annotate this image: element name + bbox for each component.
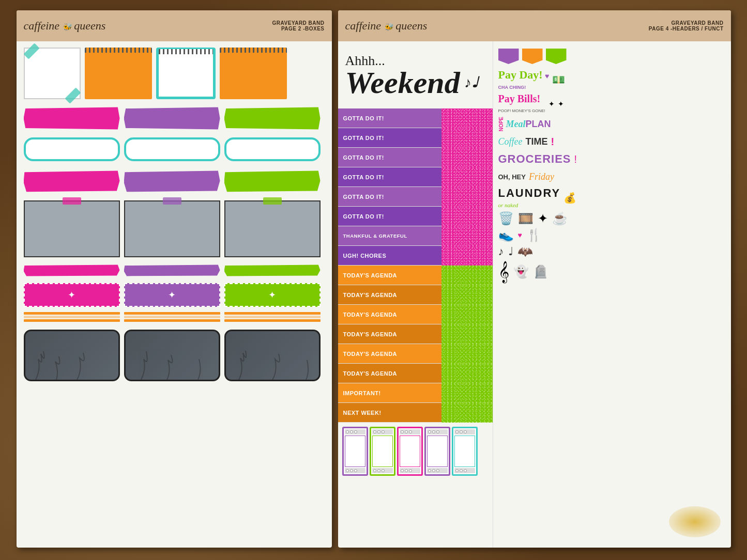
sticky-teal-outline [156, 48, 216, 99]
utensils-icon: 🍴 [526, 228, 542, 242]
gotta-glitter-7 [441, 226, 493, 246]
tape-purple-1 [163, 197, 181, 205]
fs-body-1 [345, 435, 365, 467]
money-icon-1: 💵 [552, 73, 565, 86]
ribbon-green [546, 45, 567, 64]
full-box-pink: ✦ [24, 283, 120, 307]
sticky-white [24, 48, 81, 99]
heart-icon-1: ♥ [545, 72, 549, 80]
agenda-glitter-4 [441, 324, 493, 344]
agenda-row-6: TODAY'S AGENDA [338, 364, 493, 383]
checkbox-icon-3: ✦ [268, 289, 276, 301]
page-right: caffeine 🐝 queens GRAVEYARD BAND PAGE 4 … [338, 10, 731, 548]
left-content: ✦ ✦ ✦ [17, 41, 332, 387]
ribbon-orange [522, 45, 543, 64]
agenda-label-6: TODAY'S AGENDA [338, 364, 441, 383]
tape-pink-1 [63, 197, 81, 205]
page-left: caffeine 🐝 queens GRAVEYARD BAND PAGE 2 … [17, 10, 332, 548]
photo-box-2 [124, 200, 220, 257]
trash-icon: 🗑️ [498, 211, 514, 226]
ribbon-row [498, 45, 726, 64]
ribbon-purple [498, 45, 519, 64]
orange-body-1 [85, 53, 152, 99]
meal-plan-container: NOPE MealPLAN [498, 117, 551, 131]
shoe-icon: 👟 [498, 228, 514, 242]
dark-photo-1 [24, 330, 120, 381]
sparkle-icon-1: ✦ [548, 100, 555, 108]
right-decorations-col: Pay Day! ♥ CHA CHING! 💵 Pay Bills! POOF!… [493, 41, 731, 548]
brush-green-1 [224, 104, 321, 132]
fs-hole-top-5 [454, 429, 475, 434]
fs-body-4 [427, 435, 448, 467]
tree-svg-1 [25, 349, 120, 380]
fs-body-2 [372, 435, 393, 467]
pay-bills-text-block: Pay Bills! POOF! MONEY'S GONE! [498, 93, 545, 114]
gotta-glitter-5 [441, 187, 493, 207]
gotta-row-3: GOTTA DO IT! [338, 148, 493, 167]
gotta-row-6: GOTTA DO IT! [338, 207, 493, 226]
stripe-row [24, 312, 325, 324]
nope-label: NOPE [498, 117, 504, 131]
gotta-label-5: GOTTA DO IT! [338, 187, 441, 206]
teal-rect-1 [24, 137, 120, 161]
gotta-glitter-4 [441, 167, 493, 187]
dark-photo-row [24, 330, 325, 381]
agenda-glitter-5 [441, 344, 493, 364]
gotta-row-2: GOTTA DO IT! [338, 128, 493, 148]
fullbox-row: ✦ ✦ ✦ [24, 283, 325, 307]
filmstrip-green-1 [370, 427, 395, 476]
fs-hole-bot-3 [400, 468, 420, 473]
gotta-row-1: GOTTA DO IT! [338, 108, 493, 128]
laundry-text-block: LAUNDRY or naked [498, 186, 561, 209]
main-container: caffeine 🐝 queens GRAVEYARD BAND PAGE 2 … [0, 0, 747, 560]
fs-hole-top-1 [345, 429, 365, 434]
agenda-row-7: IMPORTANT! [338, 383, 493, 403]
music-notes: ♪♩ [464, 76, 478, 89]
friday-label: Friday [529, 172, 554, 182]
exclaim-icon-2: ! [574, 153, 577, 165]
stripe-peach-1 [24, 316, 120, 318]
checkbox-icon-2: ✦ [168, 289, 176, 301]
agenda-label-important: IMPORTANT! [338, 383, 441, 402]
dark-photo-3 [224, 330, 321, 381]
gold-glitter-corner [669, 506, 721, 537]
laundry-line: LAUNDRY or naked 💰 [498, 186, 726, 209]
stripe-orange-4 [124, 319, 220, 322]
gotta-label-6: GOTTA DO IT! [338, 207, 441, 226]
pay-day-line: Pay Day! ♥ CHA CHING! 💵 [498, 68, 726, 91]
teal-rect-2 [124, 137, 220, 161]
tree-svg-3 [226, 349, 321, 380]
pay-day-text-block: Pay Day! ♥ CHA CHING! [498, 68, 550, 91]
icon-row-3: ♪ ♩ 🦇 [498, 244, 726, 259]
fs-hole-bot-4 [427, 468, 448, 473]
fs-hole-top-4 [427, 429, 448, 434]
gotta-glitter-2 [441, 128, 493, 148]
weekend-text: Weekend ♪♩ [345, 69, 478, 97]
filmstrip-purple-1 [342, 427, 368, 476]
ribbon-body-green [546, 49, 567, 64]
pay-bills-label: Pay Bills! [498, 93, 541, 104]
brush-purple-1 [124, 104, 220, 132]
money-bag-icon: 💰 [563, 192, 576, 204]
meal-plan-line: NOPE MealPLAN [498, 116, 726, 132]
agenda-row-4: TODAY'S AGENDA [338, 324, 493, 344]
pay-day-label: Pay Day! [498, 68, 543, 81]
stripe-orange-1 [24, 312, 120, 315]
filmstrip-teal-1 [452, 427, 478, 476]
agenda-glitter-8 [441, 403, 493, 423]
brush-purple-2 [124, 166, 220, 195]
stripe-peach-2 [124, 316, 220, 318]
brush-row-2 [24, 166, 325, 195]
groceries-line: GROCERIES ! [498, 151, 726, 167]
oh-hey-friday-line: OH, HEY Friday [498, 169, 726, 184]
icon-row-4: 𝄞 👻 🪦 [498, 261, 726, 283]
gotta-glitter-3 [441, 148, 493, 167]
sticky-orange-2 [220, 48, 287, 99]
poof-money-label: POOF! MONEY'S GONE! [498, 108, 545, 113]
spiral-top-1 [85, 48, 152, 53]
gotta-row-5: GOTTA DO IT! [338, 187, 493, 207]
right-page-info: GRAVEYARD BAND PAGE 4 -HEADERS / FUNCT [649, 20, 724, 32]
agenda-label-2: TODAY'S AGENDA [338, 285, 441, 304]
meal-plan-text: MealPLAN [506, 119, 551, 130]
agenda-label-5: TODAY'S AGENDA [338, 344, 441, 363]
